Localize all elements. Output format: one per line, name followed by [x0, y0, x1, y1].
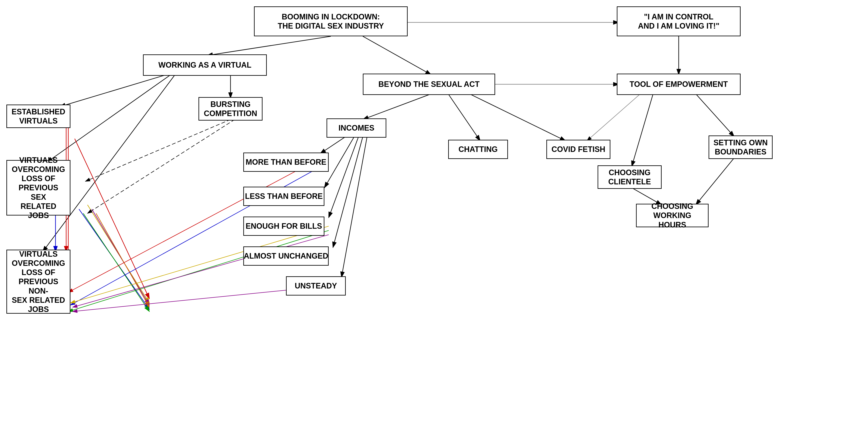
- virtuals-loss-nonsex-node: VIRTUALS OVERCOMING LOSS OF PREVIOUS NON…: [6, 250, 70, 314]
- svg-line-19: [587, 94, 640, 141]
- svg-line-26: [329, 136, 359, 218]
- more-than-node: MORE THAN BEFORE: [243, 153, 329, 172]
- svg-line-20: [632, 94, 653, 166]
- control-node: "I AM IN CONTROL AND I AM LOVING IT!": [617, 6, 741, 36]
- covid-fetish-node: COVID FETISH: [546, 140, 610, 159]
- svg-line-28: [341, 136, 367, 277]
- svg-line-33: [79, 209, 149, 309]
- svg-line-36: [92, 209, 149, 305]
- svg-line-7: [207, 36, 331, 56]
- svg-line-37: [96, 213, 149, 307]
- virtuals-loss-sex-node: VIRTUALS OVERCOMING LOSS OF PREVIOUS SEX…: [6, 160, 70, 216]
- svg-line-32: [75, 139, 149, 299]
- choosing-clientele-node: CHOOSING CLIENTELE: [597, 165, 662, 189]
- svg-line-21: [696, 94, 734, 136]
- working-virtual-node: WORKING AS A VIRTUAL: [143, 55, 267, 76]
- established-node: ESTABLISHED VIRTUALS: [6, 104, 70, 128]
- svg-line-38: [85, 120, 230, 181]
- main-title-node: BOOMING IN LOCKDOWN: THE DIGITAL SEX IND…: [254, 6, 408, 36]
- enough-node: ENOUGH FOR BILLS: [243, 217, 324, 236]
- setting-own-node: SETTING OWN BOUNDARIES: [709, 135, 773, 159]
- incomes-node: INCOMES: [327, 119, 386, 138]
- svg-line-35: [88, 205, 149, 303]
- svg-line-42: [68, 230, 329, 312]
- svg-line-25: [324, 136, 354, 188]
- svg-line-34: [83, 213, 149, 312]
- svg-line-16: [363, 94, 431, 120]
- svg-line-8: [363, 36, 431, 75]
- less-than-node: LESS THAN BEFORE: [243, 187, 324, 206]
- svg-line-27: [333, 136, 363, 248]
- almost-unchanged-node: ALMOST UNCHANGED: [243, 247, 329, 266]
- beyond-node: BEYOND THE SEXUAL ACT: [363, 74, 495, 95]
- chatting-node: CHATTING: [448, 140, 508, 159]
- choosing-hours-node: CHOOSING WORKING HOURS: [636, 204, 709, 227]
- bursting-node: BURSTING COMPETITION: [198, 97, 262, 121]
- svg-line-18: [469, 94, 565, 141]
- svg-line-39: [88, 120, 235, 213]
- svg-line-44: [72, 235, 329, 307]
- unsteady-node: UNSTEADY: [286, 276, 346, 295]
- svg-line-24: [320, 136, 346, 154]
- tool-empowerment-node: TOOL OF EMPOWERMENT: [617, 74, 741, 95]
- svg-line-13: [60, 75, 166, 107]
- svg-line-23: [696, 158, 734, 205]
- svg-line-17: [448, 94, 480, 141]
